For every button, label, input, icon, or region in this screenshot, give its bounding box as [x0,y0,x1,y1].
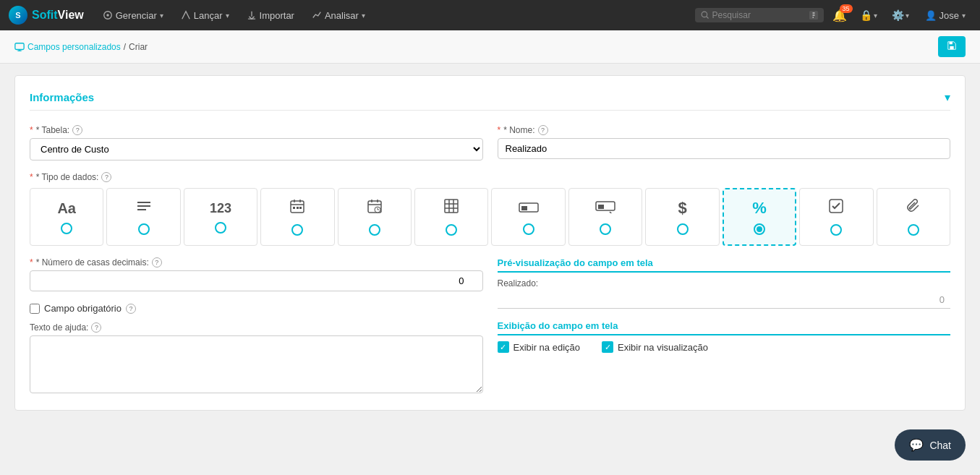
user-menu[interactable]: 👤 Jose ▾ [919,7,971,24]
svg-rect-2 [247,18,255,19]
search-icon [701,11,710,20]
save-icon [947,40,957,51]
data-type-attachment[interactable] [877,188,950,246]
svg-rect-6 [15,43,24,49]
nome-help-icon[interactable]: ? [538,125,548,135]
data-type-multiline[interactable] [106,188,180,246]
svg-rect-19 [297,207,299,209]
data-type-checkbox[interactable] [799,188,873,246]
campo-obrigatorio-row: Campo obrigatório ? [30,303,483,314]
breadcrumb: Campos personalizados / Criar [14,42,148,52]
app-logo[interactable]: S SofitView [9,6,84,25]
data-type-datetime[interactable] [338,188,412,246]
data-type-currency[interactable]: $ [645,188,719,246]
lock-button[interactable]: 🔒▾ [856,7,882,24]
top-navigation: S SofitView Gerenciar ▾ Lançar ▾ Importa… [0,0,980,30]
nome-label: * * Nome: ? [498,125,951,135]
breadcrumb-bar: Campos personalizados / Criar [0,30,980,64]
search-box[interactable] [695,8,824,22]
data-type-text[interactable]: Aa [30,188,103,246]
texto-ajuda-help-icon[interactable]: ? [91,322,101,333]
save-button[interactable] [938,36,966,57]
data-type-bar2[interactable] [568,188,642,246]
campo-obrigatorio-checkbox[interactable] [30,304,40,314]
svg-line-4 [706,17,708,19]
svg-rect-34 [521,206,527,210]
preview-section: Pré-visualização do campo em tela Realiz… [498,257,951,309]
notifications-button[interactable]: 🔔 35 [830,6,850,25]
campo-obrigatorio-help-icon[interactable]: ? [126,304,136,314]
exibir-edicao-check[interactable]: ✓ Exibir na edição [498,341,581,353]
data-type-number[interactable]: 123 [184,188,257,246]
svg-rect-18 [293,207,295,209]
svg-rect-36 [598,205,604,209]
tabela-select[interactable]: Centro de CustoProjetosClientes [30,138,483,161]
exibir-visualizacao-check[interactable]: ✓ Exibir na visualização [602,341,708,353]
breadcrumb-parent[interactable]: Campos personalizados [27,42,121,52]
settings-button[interactable]: ⚙️▾ [887,7,913,24]
collapse-icon[interactable]: ▾ [945,90,950,104]
tipo-dados-help-icon[interactable]: ? [101,172,111,182]
nav-analisar[interactable]: Analisar ▾ [304,0,372,30]
data-type-bar1[interactable] [491,188,565,246]
tabela-group: * * Tabela: ? Centro de CustoProjetosCli… [30,125,483,161]
decimal-row: * * Número de casas decimais: ? 0 [30,257,483,291]
nome-input[interactable]: Realizado [498,138,951,159]
exibir-edicao-label: Exibir na edição [514,342,581,353]
decimal-input[interactable]: 0 [30,270,483,291]
svg-rect-20 [299,207,302,209]
logo-text: SofitView [32,9,84,22]
svg-point-1 [106,14,109,17]
tabela-label: * * Tabela: ? [30,125,483,135]
texto-ajuda-label: Texto de ajuda: ? [30,322,483,333]
decimal-help-icon[interactable]: ? [152,257,162,268]
search-input[interactable] [712,10,806,20]
svg-rect-9 [950,46,953,49]
preview-input[interactable]: 0 [498,291,951,309]
screen-icon [14,42,25,52]
data-types-grid: Aa 123 [30,188,950,246]
search-submit-icon[interactable] [809,11,818,20]
notifications-badge: 35 [840,4,853,13]
decimal-label: * * Número de casas decimais: ? [30,257,483,268]
svg-rect-10 [950,42,953,45]
exibir-edicao-checkbox[interactable]: ✓ [498,341,509,353]
svg-rect-28 [445,200,458,213]
logo-icon: S [9,6,27,25]
informacoes-card: Informações ▾ * * Tabela: ? Centro de Cu… [14,75,966,411]
texto-ajuda-textarea[interactable] [30,335,483,393]
preview-field-label: Realizado: [498,278,951,288]
tabela-nome-row: * * Tabela: ? Centro de CustoProjetosCli… [30,125,950,161]
campo-obrigatorio-label: Campo obrigatório [44,303,122,314]
exibir-visualizacao-checkbox[interactable]: ✓ [602,341,613,353]
nav-gerenciar[interactable]: Gerenciar ▾ [95,0,171,30]
data-type-grid[interactable] [414,188,488,246]
breadcrumb-current: Criar [129,42,148,52]
display-title: Exibição do campo em tela [498,320,951,335]
data-type-percent[interactable]: % [723,188,796,246]
breadcrumb-separator: / [124,42,126,52]
card-title: Informações [30,91,94,103]
tabela-help-icon[interactable]: ? [72,125,82,135]
left-col: * * Número de casas decimais: ? 0 Campo … [30,257,483,395]
texto-ajuda-group: Texto de ajuda: ? [30,322,483,395]
tipo-dados-label: * * Tipo de dados: ? [30,172,950,182]
display-checks: ✓ Exibir na edição ✓ Exibir na visualiza… [498,341,951,353]
display-section: Exibição do campo em tela ✓ Exibir na ed… [498,320,951,353]
bottom-row: * * Número de casas decimais: ? 0 Campo … [30,257,950,395]
nav-lancar[interactable]: Lançar ▾ [174,0,237,30]
svg-line-37 [610,212,613,213]
nav-importar[interactable]: Importar [239,0,302,30]
card-header: Informações ▾ [30,90,950,111]
main-content: Informações ▾ * * Tabela: ? Centro de Cu… [0,64,980,422]
exibir-visualizacao-label: Exibir na visualização [618,342,708,353]
data-type-date[interactable] [260,188,334,246]
right-col: Pré-visualização do campo em tela Realiz… [498,257,951,395]
nome-group: * * Nome: ? Realizado [498,125,951,161]
preview-title: Pré-visualização do campo em tela [498,257,951,273]
topnav-right: 🔔 35 🔒▾ ⚙️▾ 👤 Jose ▾ [695,6,971,25]
